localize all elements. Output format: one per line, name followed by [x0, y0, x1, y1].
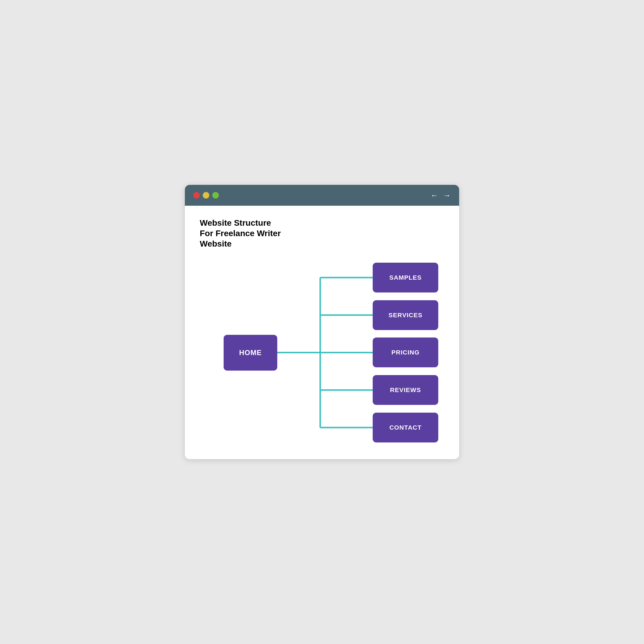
right-nodes: SAMPLES SERVICES PRICING REVIEWS CONTACT: [373, 258, 438, 447]
pricing-node: PRICING: [373, 338, 438, 367]
contact-label: CONTACT: [389, 424, 422, 431]
forward-arrow-icon[interactable]: →: [443, 191, 451, 200]
dot-red[interactable]: [193, 192, 200, 199]
browser-dots: [193, 192, 219, 199]
dot-yellow[interactable]: [203, 192, 209, 199]
home-label: HOME: [239, 349, 262, 357]
browser-window: ← → Website StructureFor Freelance Write…: [185, 185, 459, 459]
contact-node: CONTACT: [373, 413, 438, 442]
home-node: HOME: [224, 335, 277, 371]
dot-green[interactable]: [212, 192, 219, 199]
services-label: SERVICES: [388, 312, 422, 319]
reviews-label: REVIEWS: [390, 386, 421, 394]
back-arrow-icon[interactable]: ←: [431, 191, 438, 200]
services-node: SERVICES: [373, 300, 438, 330]
diagram-area: HOME SAMPLES SERVICES PRICING REVIEWS CO…: [200, 258, 444, 447]
reviews-node: REVIEWS: [373, 375, 438, 405]
pricing-label: PRICING: [391, 349, 420, 356]
browser-content: Website StructureFor Freelance WriterWeb…: [185, 206, 459, 459]
samples-node: SAMPLES: [373, 263, 438, 292]
page-title: Website StructureFor Freelance WriterWeb…: [200, 218, 444, 249]
browser-nav: ← →: [431, 191, 451, 200]
samples-label: SAMPLES: [389, 274, 422, 281]
browser-titlebar: ← →: [185, 185, 459, 206]
